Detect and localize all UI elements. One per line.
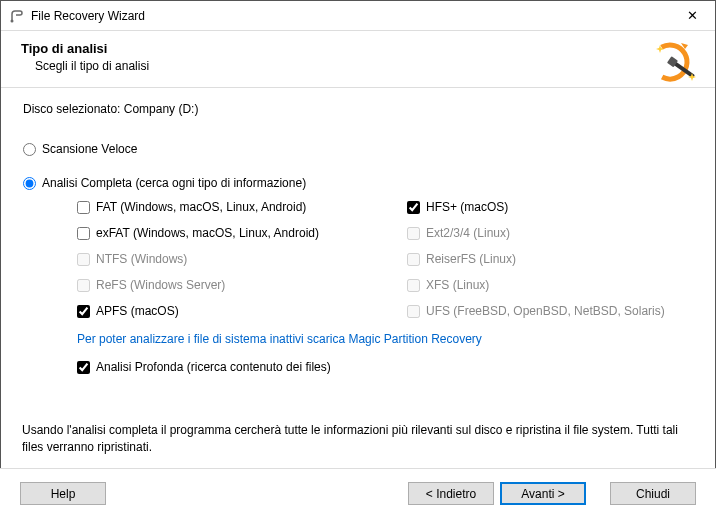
footnote-text: Usando l'analisi completa il programma c…	[22, 422, 694, 456]
radio-full-scan[interactable]: Analisi Completa (cerca ogni tipo di inf…	[23, 176, 693, 190]
wizard-body: Disco selezionato: Company (D:) Scansion…	[1, 88, 715, 374]
checkbox-reiser-input	[407, 253, 420, 266]
checkbox-hfs-input[interactable]	[407, 201, 420, 214]
close-wizard-button[interactable]: Chiudi	[610, 482, 696, 505]
checkbox-refs: ReFS (Windows Server)	[77, 278, 407, 292]
checkbox-reiser-label: ReiserFS (Linux)	[426, 252, 516, 266]
checkbox-ufs: UFS (FreeBSD, OpenBSD, NetBSD, Solaris)	[407, 304, 693, 318]
radio-full-label: Analisi Completa (cerca ogni tipo di inf…	[42, 176, 306, 190]
checkbox-xfs-input	[407, 279, 420, 292]
svg-point-0	[11, 19, 14, 22]
checkbox-hfs-label: HFS+ (macOS)	[426, 200, 508, 214]
radio-fast-scan[interactable]: Scansione Veloce	[23, 142, 693, 156]
checkbox-ext-input	[407, 227, 420, 240]
checkbox-ufs-label: UFS (FreeBSD, OpenBSD, NetBSD, Solaris)	[426, 304, 665, 318]
checkbox-hfs[interactable]: HFS+ (macOS)	[407, 200, 693, 214]
window-title: File Recovery Wizard	[31, 9, 670, 23]
checkbox-fat[interactable]: FAT (Windows, macOS, Linux, Android)	[77, 200, 407, 214]
app-icon	[9, 8, 25, 24]
next-button[interactable]: Avanti >	[500, 482, 586, 505]
checkbox-exfat-input[interactable]	[77, 227, 90, 240]
radio-fast-input[interactable]	[23, 143, 36, 156]
checkbox-exfat[interactable]: exFAT (Windows, macOS, Linux, Android)	[77, 226, 407, 240]
wizard-header: Tipo di analisi Scegli il tipo di analis…	[1, 31, 715, 88]
checkbox-apfs[interactable]: APFS (macOS)	[77, 304, 407, 318]
checkbox-ext-label: Ext2/3/4 (Linux)	[426, 226, 510, 240]
checkbox-deep-input[interactable]	[77, 361, 90, 374]
radio-fast-label: Scansione Veloce	[42, 142, 137, 156]
titlebar: File Recovery Wizard ✕	[1, 1, 715, 31]
checkbox-ntfs: NTFS (Windows)	[77, 252, 407, 266]
filesystem-grid: FAT (Windows, macOS, Linux, Android) HFS…	[77, 200, 693, 318]
page-subheading: Scegli il tipo di analisi	[35, 59, 695, 73]
checkbox-exfat-label: exFAT (Windows, macOS, Linux, Android)	[96, 226, 319, 240]
checkbox-deep-label: Analisi Profonda (ricerca contenuto dei …	[96, 360, 331, 374]
checkbox-fat-input[interactable]	[77, 201, 90, 214]
radio-full-input[interactable]	[23, 177, 36, 190]
checkbox-deep-scan[interactable]: Analisi Profonda (ricerca contenuto dei …	[77, 360, 693, 374]
checkbox-ext: Ext2/3/4 (Linux)	[407, 226, 693, 240]
checkbox-ufs-input	[407, 305, 420, 318]
checkbox-apfs-input[interactable]	[77, 305, 90, 318]
checkbox-fat-label: FAT (Windows, macOS, Linux, Android)	[96, 200, 306, 214]
checkbox-ntfs-input	[77, 253, 90, 266]
close-button[interactable]: ✕	[670, 1, 715, 30]
checkbox-refs-label: ReFS (Windows Server)	[96, 278, 225, 292]
checkbox-ntfs-label: NTFS (Windows)	[96, 252, 187, 266]
download-link[interactable]: Per poter analizzare i file di sistema i…	[77, 332, 693, 346]
checkbox-xfs: XFS (Linux)	[407, 278, 693, 292]
back-button[interactable]: < Indietro	[408, 482, 494, 505]
selected-disk-label: Disco selezionato: Company (D:)	[23, 102, 693, 116]
checkbox-apfs-label: APFS (macOS)	[96, 304, 179, 318]
page-heading: Tipo di analisi	[21, 41, 695, 56]
checkbox-xfs-label: XFS (Linux)	[426, 278, 489, 292]
wizard-footer: Help < Indietro Avanti > Chiudi	[0, 468, 716, 518]
checkbox-refs-input	[77, 279, 90, 292]
checkbox-reiser: ReiserFS (Linux)	[407, 252, 693, 266]
wizard-icon	[650, 37, 700, 90]
close-icon: ✕	[687, 8, 698, 23]
help-button[interactable]: Help	[20, 482, 106, 505]
